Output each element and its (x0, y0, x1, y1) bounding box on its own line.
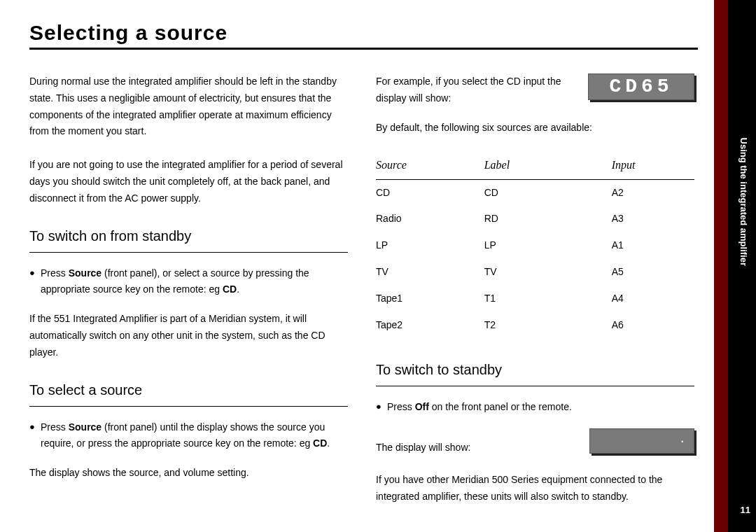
page-number: 11 (741, 505, 750, 515)
bullet-icon: ● (376, 399, 387, 416)
cell-source: TV (376, 259, 484, 286)
table-header-row: Source Label Input (376, 153, 694, 179)
cell-label: TV (484, 259, 612, 286)
heading-switch-on: To switch on from standby (29, 224, 348, 249)
cell-input: A5 (612, 259, 694, 286)
heading-select-source: To select a source (29, 378, 348, 403)
sources-table: Source Label Input CD CD A2 Radio (376, 153, 694, 338)
table-row: TV TV A5 (376, 259, 694, 286)
manual-page: Using the integrated amplifier 11 Select… (0, 0, 756, 532)
bullet-text: Press Off on the front panel or the remo… (387, 399, 694, 416)
table-row: Tape2 T2 A6 (376, 312, 694, 339)
standby-display-block: · The display will show: (376, 428, 694, 459)
left-column: During normal use the integrated amplifi… (29, 74, 348, 522)
cell-source: Radio (376, 206, 484, 232)
text-fragment: Press (41, 421, 69, 433)
text-fragment: Press (387, 401, 415, 412)
bullet-press-source-select: ● Press Source (front panel) until the d… (29, 419, 348, 453)
bullet-press-source-on: ● Press Source (front panel), or select … (29, 265, 348, 299)
heading-rule (29, 252, 348, 253)
bullet-text: Press Source (front panel) until the dis… (41, 419, 348, 453)
closing-note: If you have other Meridian 500 Series eq… (376, 472, 694, 505)
bold-off: Off (415, 401, 429, 412)
title-rule (29, 48, 698, 50)
th-input: Input (612, 153, 694, 179)
table-row: CD CD A2 (376, 179, 694, 206)
text-fragment: on the front panel or the remote. (429, 401, 572, 412)
side-section-label: Using the integrated amplifier (738, 138, 749, 266)
bold-source: Source (69, 267, 102, 279)
display-shows-note: The display shows the source, and volume… (29, 465, 348, 482)
bold-source: Source (69, 421, 102, 433)
cell-source: CD (376, 179, 484, 206)
lcd-display-cd65: CD65 (588, 74, 694, 100)
example-block: CD65 For example, if you select the CD i… (376, 74, 694, 120)
bullet-text: Press Source (front panel), or select a … (41, 265, 348, 299)
th-source: Source (376, 153, 484, 179)
right-column: CD65 For example, if you select the CD i… (376, 74, 694, 522)
cell-label: CD (484, 179, 612, 206)
heading-switch-standby: To switch to standby (376, 358, 694, 383)
bold-cd: CD (313, 438, 327, 449)
text-fragment: . (237, 284, 239, 295)
cell-input: A2 (612, 179, 694, 206)
lcd-display-standby: · (589, 428, 694, 454)
side-section-text: Using the integrated amplifier (738, 138, 749, 266)
cell-label: LP (484, 232, 612, 259)
intro-paragraph-2: If you are not going to use the integrat… (29, 157, 348, 206)
table-row: LP LP A1 (376, 232, 694, 259)
intro-paragraph-1: During normal use the integrated amplifi… (29, 74, 348, 140)
meridian-system-note: If the 551 Integrated Amplifier is part … (29, 311, 348, 360)
cell-source: Tape2 (376, 312, 484, 339)
side-tab-maroon (714, 0, 728, 532)
heading-rule (376, 386, 694, 386)
bullet-icon: ● (29, 419, 41, 453)
cell-input: A6 (612, 312, 694, 339)
bold-cd: CD (223, 284, 237, 295)
two-column-layout: During normal use the integrated amplifi… (29, 74, 701, 522)
page-title: Selecting a source (29, 21, 701, 45)
text-fragment: Press (41, 267, 69, 279)
cell-source: Tape1 (376, 286, 484, 312)
cell-label: RD (484, 206, 612, 232)
bullet-press-off: ● Press Off on the front panel or the re… (376, 399, 694, 416)
cell-input: A1 (612, 232, 694, 259)
cell-input: A3 (612, 206, 694, 232)
heading-rule (29, 406, 348, 407)
cell-source: LP (376, 232, 484, 259)
default-sources-text: By default, the following six sources ar… (376, 120, 694, 136)
text-fragment: . (327, 438, 330, 449)
bullet-icon: ● (29, 265, 41, 299)
cell-label: T2 (484, 312, 612, 339)
cell-input: A4 (612, 286, 694, 312)
content-area: Selecting a source During normal use the… (29, 21, 701, 522)
table-row: Tape1 T1 A4 (376, 286, 694, 312)
cell-label: T1 (484, 286, 612, 312)
th-label: Label (484, 153, 612, 179)
table-row: Radio RD A3 (376, 206, 694, 232)
